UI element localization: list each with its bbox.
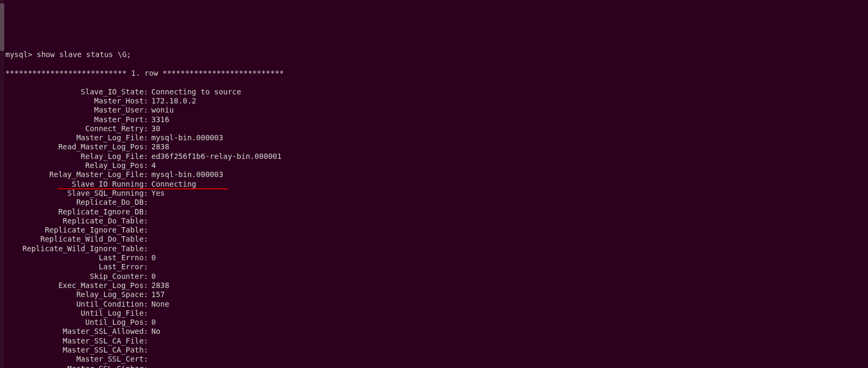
status-field-row: Skip_Counter:0 — [5, 272, 863, 281]
field-label: Relay_Master_Log_File: — [5, 170, 148, 179]
status-field-row: Connect_Retry:30 — [5, 124, 863, 133]
field-value: 157 — [148, 290, 165, 299]
status-field-row: Replicate_Ignore_Table: — [5, 226, 863, 235]
field-value: mysql-bin.000003 — [148, 170, 223, 179]
field-label: Relay_Log_File: — [5, 152, 148, 161]
field-label: Master_SSL_Cert: — [5, 355, 148, 364]
field-value — [148, 262, 151, 271]
field-value: 4 — [148, 161, 156, 170]
field-value — [148, 355, 151, 363]
field-value: ed36f256f1b6-relay-bin.000001 — [148, 152, 281, 161]
status-field-row: Until_Log_Pos:0 — [5, 318, 863, 327]
field-label: Until_Log_File: — [5, 309, 148, 318]
status-field-row: Master_Host:172.18.0.2 — [5, 97, 863, 106]
field-label: Until_Condition: — [5, 300, 148, 309]
field-label: Read_Master_Log_Pos: — [5, 142, 148, 151]
field-value: 172.18.0.2 — [148, 97, 196, 105]
status-field-row: Slave_IO_State:Connecting to source — [5, 87, 863, 97]
status-field-row: Exec_Master_Log_Pos:2838 — [5, 281, 863, 290]
field-label: Until_Log_Pos: — [5, 318, 148, 327]
field-value: 0 — [148, 272, 156, 281]
field-value — [148, 226, 151, 234]
field-label: Master_User: — [5, 106, 148, 115]
field-value — [148, 217, 151, 225]
status-field-row: Master_SSL_Allowed:No — [5, 327, 863, 336]
status-field-row: Relay_Log_File:ed36f256f1b6-relay-bin.00… — [5, 152, 863, 161]
field-value: 2838 — [148, 281, 169, 290]
field-value: 0 — [148, 253, 156, 262]
status-field-row: Slave_SQL_Running:Yes — [5, 189, 863, 198]
field-value — [148, 244, 151, 253]
row-header: *************************** 1. row *****… — [5, 69, 863, 78]
field-value — [148, 346, 151, 354]
field-label: Master_SSL_CA_Path: — [5, 346, 148, 355]
field-value: None — [148, 300, 169, 308]
field-label: Replicate_Wild_Do_Table: — [5, 235, 148, 244]
field-label: Relay_Log_Pos: — [5, 161, 148, 170]
field-value: 3316 — [148, 115, 169, 124]
status-field-row: Master_SSL_CA_Path: — [5, 346, 863, 355]
field-label: Slave_IO_Running: — [5, 180, 148, 189]
field-label: Master_Log_File: — [5, 133, 148, 142]
field-value: Connecting — [148, 180, 196, 188]
status-field-row: Master_SSL_Cert: — [5, 355, 863, 364]
status-field-row: Read_Master_Log_Pos:2838 — [5, 142, 863, 151]
field-value: Yes — [148, 189, 165, 197]
field-label: Master_Port: — [5, 115, 148, 124]
status-field-row: Last_Errno:0 — [5, 253, 863, 262]
field-label: Master_Host: — [5, 97, 148, 106]
status-field-row: Slave_IO_Running:Connecting — [5, 180, 863, 189]
status-field-row: Replicate_Do_DB: — [5, 198, 863, 207]
field-value — [148, 337, 151, 345]
status-field-row: Master_Port:3316 — [5, 115, 863, 124]
field-label: Replicate_Wild_Ignore_Table: — [5, 244, 148, 253]
field-label: Relay_Log_Space: — [5, 290, 148, 299]
status-field-row: Relay_Log_Pos:4 — [5, 161, 863, 170]
field-value — [148, 235, 151, 243]
field-label: Replicate_Ignore_Table: — [5, 226, 148, 235]
status-field-row: Last_Error: — [5, 262, 863, 271]
field-value: 0 — [148, 318, 156, 326]
field-label: Master_SSL_Cipher: — [5, 364, 148, 368]
scrollbar-track[interactable] — [0, 0, 4, 368]
field-value: Connecting to source — [148, 87, 241, 96]
field-value: woniu — [148, 106, 174, 114]
status-field-row: Master_SSL_Cipher: — [5, 364, 863, 368]
status-field-row: Master_SSL_CA_File: — [5, 337, 863, 346]
status-field-row: Relay_Master_Log_File:mysql-bin.000003 — [5, 170, 863, 179]
field-label: Connect_Retry: — [5, 124, 148, 133]
field-value: No — [148, 327, 160, 335]
field-label: Master_SSL_Allowed: — [5, 327, 148, 336]
field-value — [148, 309, 151, 317]
field-label: Skip_Counter: — [5, 272, 148, 281]
field-value: 2838 — [148, 142, 169, 151]
status-field-row: Replicate_Do_Table: — [5, 217, 863, 226]
field-value: mysql-bin.000003 — [148, 133, 223, 142]
field-label: Last_Errno: — [5, 253, 148, 262]
field-label: Slave_SQL_Running: — [5, 189, 148, 198]
status-field-row: Relay_Log_Space:157 — [5, 290, 863, 299]
status-field-row: Master_User:woniu — [5, 106, 863, 115]
field-label: Slave_IO_State: — [5, 87, 148, 97]
field-label: Replicate_Ignore_DB: — [5, 207, 148, 217]
status-field-row: Until_Condition:None — [5, 300, 863, 309]
status-field-row: Replicate_Ignore_DB: — [5, 207, 863, 217]
status-field-row: Replicate_Wild_Ignore_Table: — [5, 244, 863, 253]
mysql-prompt-line: mysql> show slave status \G; — [5, 50, 863, 59]
status-field-row: Until_Log_File: — [5, 309, 863, 318]
status-field-row: Replicate_Wild_Do_Table: — [5, 235, 863, 244]
scrollbar-thumb[interactable] — [0, 3, 4, 51]
field-label: Replicate_Do_DB: — [5, 198, 148, 207]
status-field-row: Master_Log_File:mysql-bin.000003 — [5, 133, 863, 142]
underline-annotation — [58, 188, 228, 189]
field-label: Master_SSL_CA_File: — [5, 337, 148, 346]
terminal-output[interactable]: mysql> show slave status \G; ***********… — [5, 41, 863, 368]
field-label: Exec_Master_Log_Pos: — [5, 281, 148, 290]
field-value: 30 — [148, 124, 160, 133]
field-value — [148, 198, 151, 206]
field-value — [148, 364, 151, 368]
field-label: Replicate_Do_Table: — [5, 217, 148, 226]
field-value — [148, 207, 151, 216]
field-label: Last_Error: — [5, 262, 148, 271]
